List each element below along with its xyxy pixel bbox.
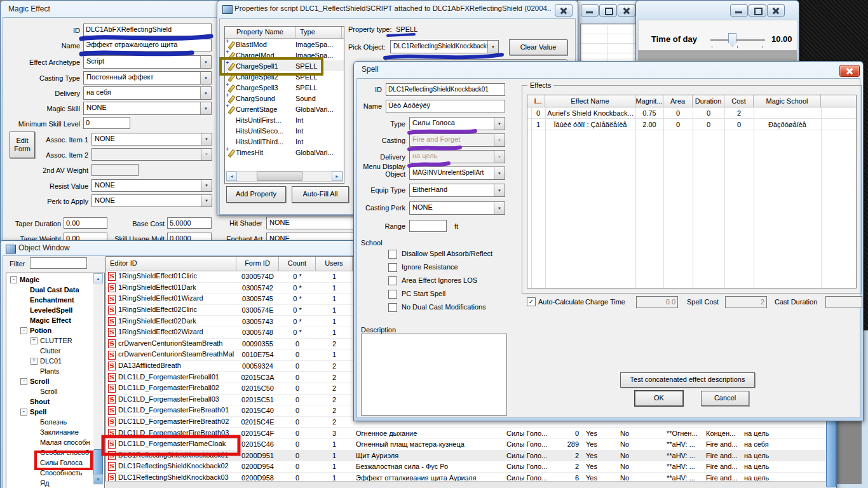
add-property-button[interactable]: Add Property [226, 186, 286, 203]
range-field[interactable] [409, 220, 447, 232]
object-row[interactable]: SDLC1ReflectingShieldKnockback01 0200D95… [106, 451, 827, 462]
tree-item[interactable]: Малая способн [6, 437, 104, 447]
chevron-down-icon[interactable]: ▼ [494, 202, 505, 214]
taper-duration-field[interactable]: 0.00 [64, 217, 107, 229]
property-list-header[interactable]: Property Name Type [225, 27, 344, 39]
column-index[interactable]: I... [531, 95, 545, 107]
casting-perk-dropdown[interactable]: NONE▼ [409, 201, 505, 215]
chevron-down-icon[interactable]: ▼ [200, 102, 211, 114]
name-field[interactable]: Эффект отражающего щита [83, 39, 212, 51]
chevron-down-icon[interactable]: ▼ [494, 167, 505, 179]
column-duration[interactable]: Duration [693, 95, 724, 107]
tree-expander-icon[interactable] [20, 297, 27, 304]
tree-item[interactable]: Болезнь [6, 417, 104, 427]
scroll-left-icon[interactable]: ◄ [226, 172, 237, 181]
object-list-hscrollbar[interactable] [105, 481, 826, 488]
delivery-dropdown[interactable]: на себя▼ [83, 86, 212, 100]
tree-expander-icon[interactable] [31, 368, 37, 375]
tree-item[interactable]: Способность [6, 468, 104, 478]
chevron-down-icon[interactable]: ▼ [494, 184, 505, 196]
minimize-button[interactable] [730, 4, 748, 17]
close-button[interactable] [618, 4, 635, 17]
scroll-down-icon[interactable]: ▼ [93, 474, 103, 484]
chevron-down-icon[interactable]: ▼ [201, 195, 212, 207]
auto-calculate-checkbox[interactable]: ✓ [527, 297, 536, 306]
tree-item[interactable]: Заклинание [6, 427, 104, 437]
object-row[interactable]: SDLC1LD_ForgemasterFireBreath03 02015C4F… [106, 428, 827, 439]
tree-expander-icon[interactable] [31, 449, 37, 456]
property-row[interactable]: ChargeSpell2 SPELL [225, 71, 344, 82]
chevron-down-icon[interactable]: ▼ [200, 87, 211, 99]
filter-input[interactable] [30, 257, 87, 269]
tree-item[interactable]: Enchantment [6, 295, 104, 305]
effect-row[interactable]: 1 Îáùèé óðîí : Çàìåäëåíèå 2.00 0 0 0 Ðàç… [527, 119, 856, 130]
object-row[interactable]: SDLC1LD_ForgemasterFlameCloak 02015C46 0… [106, 439, 827, 451]
close-button[interactable] [767, 4, 785, 17]
tree-item[interactable]: Dual Cast Data [6, 285, 104, 295]
chevron-down-icon[interactable]: ▼ [200, 72, 211, 84]
tree-scroll-thumb[interactable] [93, 449, 103, 476]
chevron-down-icon[interactable]: ▼ [494, 118, 505, 130]
tree-item[interactable]: + DLC01 [6, 356, 104, 366]
tree-expander-icon[interactable] [31, 470, 37, 477]
property-row[interactable]: CurrentStage GlobalVari... [225, 104, 344, 114]
tree-expander-icon[interactable]: - [20, 327, 27, 334]
pick-object-dropdown[interactable]: DLC1ReflectingShieldKnockback01▼ [390, 40, 499, 53]
object-row[interactable]: SDLC1ReflectingShieldKnockback02 0200D95… [106, 461, 827, 473]
property-row[interactable]: TimesHit GlobalVari... [225, 147, 344, 158]
tree-expander-icon[interactable] [31, 459, 37, 466]
tree-expander-icon[interactable]: + [31, 337, 37, 344]
property-row[interactable]: ChargeSpell3 SPELL [225, 82, 344, 93]
tree-item[interactable]: LeveledSpell [6, 305, 104, 315]
checkbox[interactable] [388, 250, 397, 259]
assoc-item-1-dropdown[interactable]: NONE▼ [92, 133, 212, 146]
id-field[interactable]: DLC1AbFXReflectingShield [83, 24, 212, 36]
tree-expander-icon[interactable]: - [20, 409, 27, 416]
effect-row[interactable]: 0 Auriel's Shield Knockback... 0.75 0 0 … [527, 107, 856, 119]
tree-expander-icon[interactable]: - [10, 276, 17, 283]
tree-item[interactable]: - Scroll [6, 376, 104, 386]
chevron-down-icon[interactable]: ▼ [200, 56, 211, 68]
casting-type-dropdown[interactable]: Постоянный эффект▼ [83, 71, 212, 85]
tree-expander-icon[interactable] [31, 439, 37, 446]
time-of-day-slider-track[interactable] [710, 39, 765, 41]
column-property-name[interactable]: Property Name [225, 27, 296, 38]
tree-expander-icon[interactable] [20, 307, 27, 314]
tree-expander-icon[interactable] [20, 287, 27, 294]
tree-item[interactable]: Clutter [6, 346, 104, 356]
column-effect-name[interactable]: Effect Name [545, 95, 635, 107]
column-form-id[interactable]: Form ID [236, 257, 279, 271]
chevron-down-icon[interactable]: ▼ [487, 41, 498, 53]
property-row[interactable]: ChargeIMod ImageSpa... [225, 50, 344, 60]
column-type[interactable]: Type [296, 27, 342, 38]
property-row[interactable]: BlastIMod ImageSpa... [225, 39, 344, 50]
property-row[interactable]: HitsUntilThird... Int [225, 136, 344, 147]
column-users[interactable]: Users [316, 257, 353, 271]
tree-item[interactable]: Особая способ [6, 447, 104, 458]
auto-fill-all-button[interactable]: Auto-Fill All [292, 186, 349, 203]
tree-item[interactable]: - Magic [6, 274, 104, 285]
maximize-button[interactable] [599, 4, 617, 17]
magic-skill-dropdown[interactable]: NONE▼ [83, 102, 212, 115]
property-row[interactable]: HitsUntilSeco... Int [225, 125, 344, 136]
column-magic-school[interactable]: Magic School [754, 95, 821, 107]
tree-item[interactable]: Magic Effect [6, 315, 104, 325]
tree-expander-icon[interactable] [31, 419, 37, 426]
tree-expander-icon[interactable] [31, 388, 37, 395]
property-row[interactable]: ChargSound Sound [225, 93, 344, 104]
tree-expander-icon[interactable] [31, 480, 37, 487]
property-list[interactable]: Property Name Type BlastIMod ImageSpa...… [224, 26, 344, 184]
column-magnitude[interactable]: Magnit... [635, 95, 663, 107]
effect-archetype-dropdown[interactable]: Script▼ [83, 55, 212, 69]
tree-item[interactable]: Plants [6, 366, 104, 376]
base-cost-field[interactable]: 5.0000 [167, 217, 212, 229]
chevron-down-icon[interactable]: ▼ [201, 180, 212, 191]
tree-expander-icon[interactable] [20, 317, 27, 324]
hscroll-thumb[interactable] [257, 172, 302, 181]
close-button[interactable] [555, 4, 573, 17]
tree-item[interactable]: Силы Голоса [6, 458, 104, 468]
column-count[interactable]: Count [279, 257, 316, 271]
checkbox[interactable] [388, 276, 397, 285]
chevron-down-icon[interactable]: ▼ [201, 133, 212, 145]
tree-expander-icon[interactable] [20, 398, 27, 405]
